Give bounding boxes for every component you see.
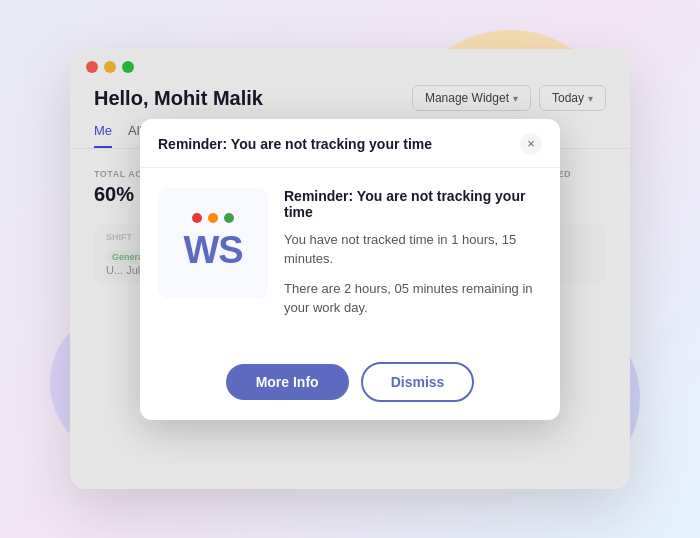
app-window: Hello, Mohit Malik Manage Widget ▾ Today… [70, 49, 630, 489]
reminder-modal: Reminder: You are not tracking your time… [140, 119, 560, 420]
dismiss-button[interactable]: Dismiss [361, 362, 475, 402]
logo-dot-red [192, 213, 202, 223]
modal-header-title: Reminder: You are not tracking your time [158, 136, 432, 152]
logo-dots [192, 213, 234, 223]
logo-dot-orange [208, 213, 218, 223]
modal-logo: WS [158, 188, 268, 298]
modal-line1: You have not tracked time in 1 hours, 15… [284, 230, 542, 269]
modal-line2: There are 2 hours, 05 minutes remaining … [284, 279, 542, 318]
modal-header: Reminder: You are not tracking your time… [140, 119, 560, 168]
modal-overlay: Reminder: You are not tracking your time… [70, 49, 630, 489]
modal-close-button[interactable]: × [520, 133, 542, 155]
modal-footer: More Info Dismiss [140, 348, 560, 420]
modal-body: WS Reminder: You are not tracking your t… [140, 168, 560, 348]
modal-text-content: Reminder: You are not tracking your time… [284, 188, 542, 328]
logo-dot-green [224, 213, 234, 223]
modal-title: Reminder: You are not tracking your time [284, 188, 542, 220]
logo-text: WS [183, 229, 242, 272]
more-info-button[interactable]: More Info [226, 364, 349, 400]
